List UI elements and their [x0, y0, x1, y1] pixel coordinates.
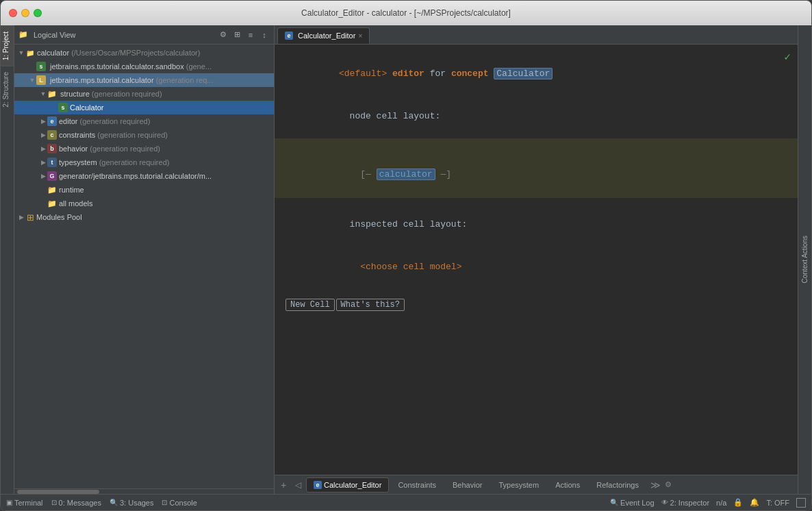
tree-label-sandbox: jetbrains.mps.tutorial.calculator.sandbo… — [50, 62, 212, 71]
bottom-square-button[interactable] — [796, 498, 806, 508]
messages-button[interactable]: ⊡ 0: Messages — [51, 499, 101, 507]
arrow-all-models — [39, 199, 47, 208]
bottom-tab-label-behavior: Behavior — [453, 481, 482, 489]
tree-item-generator[interactable]: ▶ G generator/jetbrains.mps.tutorial.cal… — [14, 169, 274, 183]
folder-icon-calculator: 📁 — [25, 48, 35, 58]
add-tab-button[interactable]: + — [277, 479, 290, 491]
window-title: Calculator_Editor - calculator - [~/MPSP… — [301, 8, 511, 18]
panel-scrollbar[interactable] — [14, 488, 274, 494]
folder-icon-all-models: 📁 — [47, 199, 57, 208]
toff-label: T: OFF — [766, 499, 789, 507]
bottom-tab-constraints[interactable]: Constraints — [390, 477, 444, 493]
bottom-tab-label-calculator-editor: Calculator_Editor — [324, 481, 381, 489]
code-line-2: node cell layout: — [286, 95, 787, 138]
console-icon: ⊡ — [162, 499, 167, 506]
console-button[interactable]: ⊡ Console — [162, 499, 196, 507]
tree-label-calculator: calculator (/Users/Oscar/MPSProjects/cal… — [37, 49, 200, 57]
toolbar-settings2-icon[interactable]: ≡ — [245, 29, 256, 40]
tree-item-editor[interactable]: ▶ e editor (generation required) — [14, 114, 274, 128]
arrow-modules-pool: ▶ — [17, 213, 25, 221]
icon-modules-pool: ⊞ — [25, 212, 35, 222]
tree-label-generator: generator/jetbrains.mps.tutorial.calcula… — [59, 172, 212, 180]
usages-icon: 🔍 — [110, 499, 118, 506]
titlebar: Calculator_Editor - calculator - [~/MPSP… — [1, 1, 811, 25]
inspector-button[interactable]: 👁 2: Inspector — [661, 499, 709, 507]
context-actions-tab[interactable]: Context Actions — [800, 233, 810, 286]
bottom-tab-typesystem[interactable]: Typesystem — [491, 477, 546, 493]
tree-item-sandbox[interactable]: s jetbrains.mps.tutorial.calculator.sand… — [14, 60, 274, 73]
bottom-tab-calculator-editor[interactable]: e Calculator_Editor — [306, 477, 389, 493]
icon-e-editor: e — [47, 116, 57, 126]
toolbar-settings-icon[interactable]: ⊞ — [231, 29, 242, 40]
arrow-sandbox — [28, 62, 36, 71]
arrow-behavior: ▶ — [39, 145, 47, 153]
tree-item-calculator-main[interactable]: ▼ L jetbrains.mps.tutorial.calculator (g… — [14, 73, 274, 87]
close-button[interactable] — [9, 9, 17, 17]
tree-item-behavior[interactable]: ▶ b behavior (generation required) — [14, 142, 274, 155]
tree-item-constraints[interactable]: ▶ c constraints (generation required) — [14, 128, 274, 142]
success-checkmark: ✓ — [784, 50, 791, 64]
bottom-tab-actions[interactable]: Actions — [548, 477, 587, 493]
tree-item-typesystem[interactable]: ▶ t typesystem (generation required) — [14, 155, 274, 169]
arrow-editor: ▶ — [39, 117, 47, 125]
tree-label-structure: structure (generation required) — [60, 90, 162, 98]
icon-b-behavior: b — [47, 144, 57, 153]
tab-label-calculator-editor: Calculator_Editor — [298, 32, 355, 40]
calculator-cell[interactable]: calculator — [377, 169, 435, 180]
tree-item-modules-pool[interactable]: ▶ ⊞ Modules Pool — [14, 210, 274, 224]
toff-indicator[interactable]: T: OFF — [766, 499, 789, 507]
arrow-runtime — [39, 186, 47, 194]
tree-item-structure[interactable]: ▼ 📁 structure (generation required) — [14, 87, 274, 101]
code-line-3: 💡 [— calculator —] — [275, 138, 798, 198]
editor-content[interactable]: ✓ <default> editor for concept Calculato… — [275, 45, 798, 475]
toolbar-gear-icon[interactable]: ⚙ — [218, 29, 229, 40]
bottom-tab-label-refactorings: Refactorings — [596, 481, 639, 489]
lock-icon-area: 🔒 — [733, 498, 743, 507]
event-log-button[interactable]: 🔍 Event Log — [610, 499, 655, 507]
keyword-default: <default> — [339, 68, 387, 79]
position-value: n/a — [716, 499, 726, 507]
bracket-close: —] — [440, 169, 451, 179]
inspected-cell-layout-text: inspected cell layout: — [339, 219, 467, 229]
left-sidebar-tabs: 1: Project 2: Structure — [1, 25, 14, 494]
maximize-button[interactable] — [34, 9, 42, 17]
logical-view-label: Logical View — [34, 31, 215, 39]
tab-settings-icon[interactable]: ⚙ — [665, 480, 672, 489]
bottom-tab-refactorings[interactable]: Refactorings — [589, 477, 646, 493]
icon-c-constraints: c — [47, 130, 57, 140]
terminal-icon: ▣ — [6, 499, 12, 506]
tree-item-calculator[interactable]: ▼ 📁 calculator (/Users/Oscar/MPSProjects… — [14, 46, 274, 60]
tree-label-constraints: constraints (generation required) — [59, 131, 168, 139]
more-tabs-button[interactable]: ≫ — [650, 479, 661, 490]
tab-close-button[interactable]: × — [358, 32, 362, 40]
tab-calculator-editor[interactable]: e Calculator_Editor × — [277, 27, 370, 44]
new-cell-button[interactable]: New Cell — [286, 299, 335, 311]
bottom-tab-label-typesystem: Typesystem — [498, 481, 539, 489]
minimize-button[interactable] — [21, 9, 29, 17]
tree-label-editor: editor (generation required) — [59, 117, 150, 125]
sidebar-item-project[interactable]: 1: Project — [1, 25, 14, 66]
bracket-open: [— — [360, 169, 371, 179]
bottom-tab-behavior[interactable]: Behavior — [445, 477, 490, 493]
event-log-icon: 🔍 — [610, 499, 618, 506]
icon-g-generator: G — [47, 171, 57, 181]
traffic-lights — [9, 9, 42, 17]
status-bar: ▣ Terminal ⊡ 0: Messages 🔍 3: Usages ⊡ C… — [1, 494, 811, 510]
code-line-1: <default> editor for concept Calculator — [286, 53, 787, 95]
tree-item-runtime[interactable]: 📁 runtime — [14, 183, 274, 197]
whats-this-button[interactable]: What's this? — [336, 299, 405, 311]
toolbar-collapse-icon[interactable]: ↕ — [259, 29, 270, 40]
bottom-tab-label-actions: Actions — [555, 481, 580, 489]
tree-label-all-models: all models — [59, 199, 93, 208]
tree-item-all-models[interactable]: 📁 all models — [14, 197, 274, 210]
lightbulb-icon: 💡 — [275, 138, 276, 153]
editor-tabs-bar: e Calculator_Editor × — [275, 25, 798, 45]
tab-arrow-left[interactable]: ◁ — [291, 480, 305, 490]
terminal-button[interactable]: ▣ Terminal — [6, 499, 43, 507]
icon-s-sandbox: s — [36, 62, 46, 71]
sidebar-item-structure[interactable]: 2: Structure — [1, 66, 14, 113]
tree-item-calculator-node[interactable]: s Calculator — [14, 101, 274, 114]
code-line-4: inspected cell layout: — [286, 203, 787, 246]
icon-l-calculator: L — [36, 75, 46, 85]
usages-button[interactable]: 🔍 3: Usages — [110, 499, 154, 507]
